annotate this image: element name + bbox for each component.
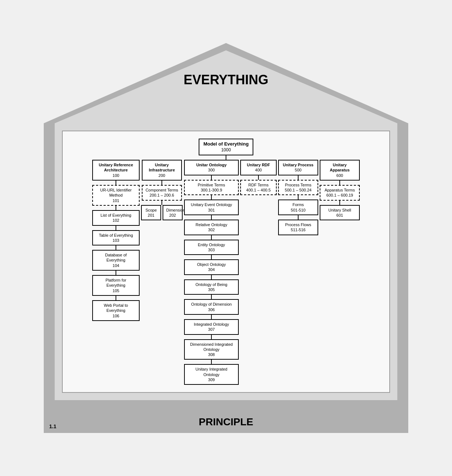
col1-sub4-box: Database of Everything 104 [92,250,140,271]
col1-sub1-label: UR-URL Identifier Method [96,187,136,198]
col3-line10 [211,360,212,364]
col2-sub-row: Scope 201 Dimension 202 [141,205,183,221]
top-row: Model of Everything 1000 [199,139,253,155]
col3-main-number: 300 [188,167,235,173]
col6-main-box: Unitary Apparatus 600 [320,160,360,181]
col2-sub2a-number: 201 [145,213,157,218]
col2-line1 [161,181,162,185]
col1-sub2-label: List of Everything [96,213,136,218]
col5-section: Unitary Process 500 Process Terms 500.1 … [278,160,318,235]
col3-sub8-number: 307 [188,327,235,332]
col1-line2 [116,206,116,210]
col3-sub10-number: 309 [188,377,235,382]
col3-sub9-number: 308 [188,352,235,357]
col1-section: Unitary Reference Architecture 100 UR-UR… [92,160,140,321]
col5-sub3-box: Process Flows 511-516 [278,220,318,235]
col5-main-label: Unitary Process [282,162,315,167]
col1-sub6-label: Web Portal to Everything [96,303,136,313]
col2-main-label: Unitary Infrastructure [145,162,178,173]
col3-line8 [211,315,212,319]
col5-line1 [298,175,299,180]
col3-line2 [211,195,212,200]
col3-sub5-number: 304 [188,267,235,272]
house-wrapper: EVERYTHING Model of Everything 1000 [44,43,408,433]
col3-sub8-label: Integrated Ontology [188,322,235,327]
col3-section: Unitar Ontology 300 Primitive Terms 300.… [184,160,239,385]
col1-line1 [116,181,116,185]
col5-sub3-number: 511-516 [282,227,315,232]
col1-sub1-box: UR-URL Identifier Method 101 [92,185,140,206]
col4-main-number: 400 [244,167,273,173]
col5-sub3-label: Process Flows [282,222,315,227]
col2-sub2a-label: Scope [145,208,157,213]
col6-sub1-box: Apparatus Terms 600.1 – 600.19 [320,185,360,201]
col3-sub2-number: 301 [188,208,235,213]
col1-main-box: Unitary Reference Architecture 100 [92,160,140,181]
model-connector [226,155,226,160]
col3-sub6-number: 305 [188,287,235,292]
col1-line4 [116,245,116,250]
col5-sub1-label: Process Terms [282,182,315,187]
col3-line5 [211,255,212,259]
col5-line3 [298,215,299,220]
col5-sub2-box: Forms 501-510 [278,200,318,215]
col3-sub9-box: Dimensioned Integrated Ontology 308 [184,339,239,360]
col3-sub4-box: Entity Ontology 303 [184,240,239,255]
col3-sub4-number: 303 [188,247,235,252]
col1-sub6-box: Web Portal to Everything 106 [92,300,140,321]
col4-main-label: Unitary RDF [244,162,273,167]
col3-sub5-label: Object Ontology [188,262,235,267]
col1-sub4-number: 104 [96,263,136,268]
model-number: 1000 [202,147,250,153]
col6-sub2-number: 601 [323,213,356,218]
col1-line5 [116,271,116,275]
roof-title: EVERYTHING [44,72,408,88]
foundation-number: 1.1 [49,423,56,429]
col2-sub2b-label: Dimension [166,208,179,213]
col4-sub1-number: 400.1 – 400.5 [244,187,273,193]
col6-line1 [339,181,340,185]
col6-sub1-number: 600.1 – 600.19 [323,193,356,198]
col1-main-number: 100 [96,173,136,178]
col3-sub1-box: Primitive Terms 300.1-300.9 [184,180,239,196]
model-label: Model of Everything [202,141,250,147]
col3-sub10-box: Unitary Integrated Ontology 309 [184,364,239,385]
roof: EVERYTHING [44,43,408,123]
col3-sub7-box: Ontology of Dimension 306 [184,299,239,315]
col1-main-label: Unitary Reference Architecture [96,162,136,173]
foundation-label: PRINCIPLE [199,416,253,428]
col3-sub10-label: Unitary Integrated Ontology [188,367,235,377]
col2-line2 [161,201,162,205]
col1-sub5-label: Platform for Everything [96,278,136,288]
col3-main-label: Unitar Ontology [188,162,235,167]
col1-sub2-number: 102 [96,218,136,223]
col2-sub2b-number: 202 [166,213,179,218]
col1-sub6-number: 106 [96,313,136,318]
col2-sub1-box: Component Terms 200.1 – 200.6 [142,185,182,201]
col1-line6 [116,296,116,300]
col5-main-number: 500 [282,167,315,173]
col5-sub2-number: 501-510 [282,208,315,213]
col5-line2 [298,195,299,200]
house-body-inner: Model of Everything 1000 Unitary Referen… [62,131,390,393]
col4-sub1-label: RDF Terms [244,182,273,187]
col4-line1 [258,175,259,180]
col4-main-box: Unitary RDF 400 [240,160,277,175]
col6-main-label: Unitary Apparatus [323,162,356,173]
col2-main-box: Unitary Infrastructure 200 [142,160,182,181]
col6-sub1-label: Apparatus Terms [323,187,356,193]
col3-line4 [211,235,212,240]
col6-line2 [339,201,340,205]
col3-sub7-label: Ontology of Dimension [188,302,235,307]
col3-sub3-number: 302 [188,227,235,232]
col3-line9 [211,335,212,339]
col3-sub3-box: Relative Ontology 302 [184,220,239,235]
outer-container: EVERYTHING Model of Everything 1000 [44,43,408,433]
col3-sub9-label: Dimensioned Integrated Ontology [188,342,235,352]
main-columns-row: Unitary Reference Architecture 100 UR-UR… [70,160,382,385]
col2-sub2b-box: Dimension 202 [163,205,183,221]
col3-sub1-number: 300.1-300.9 [188,187,235,193]
col6-sub2-label: Unitary Shell [323,208,356,213]
col1-sub5-box: Platform for Everything 105 [92,275,140,296]
col6-section: Unitary Apparatus 600 Apparatus Terms 60… [320,160,360,220]
